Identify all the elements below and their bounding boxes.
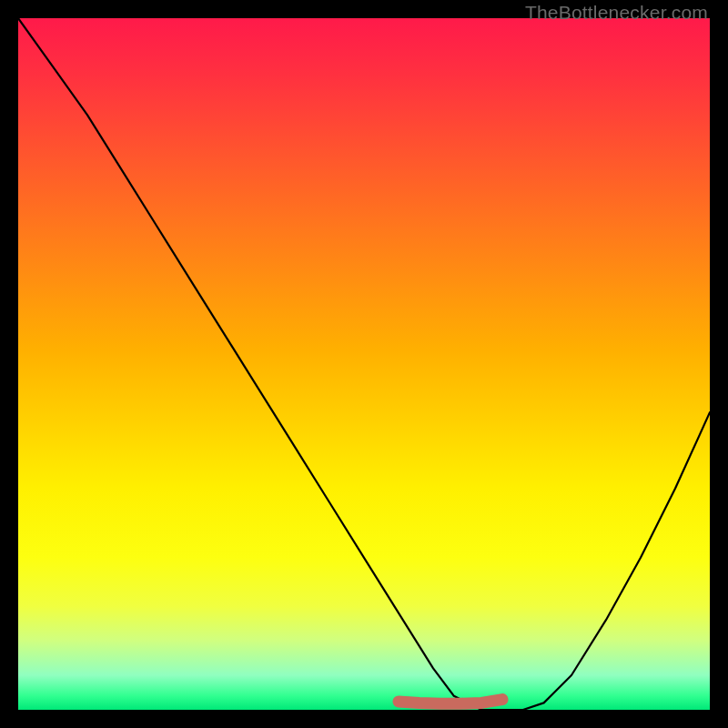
chart-root: TheBottlenecker.com [0,0,728,728]
sweet-spot-highlight [399,700,502,704]
bottleneck-curve [18,18,710,710]
chart-svg [18,18,710,710]
plot-area [18,18,710,710]
watermark-text: TheBottlenecker.com [525,2,708,24]
